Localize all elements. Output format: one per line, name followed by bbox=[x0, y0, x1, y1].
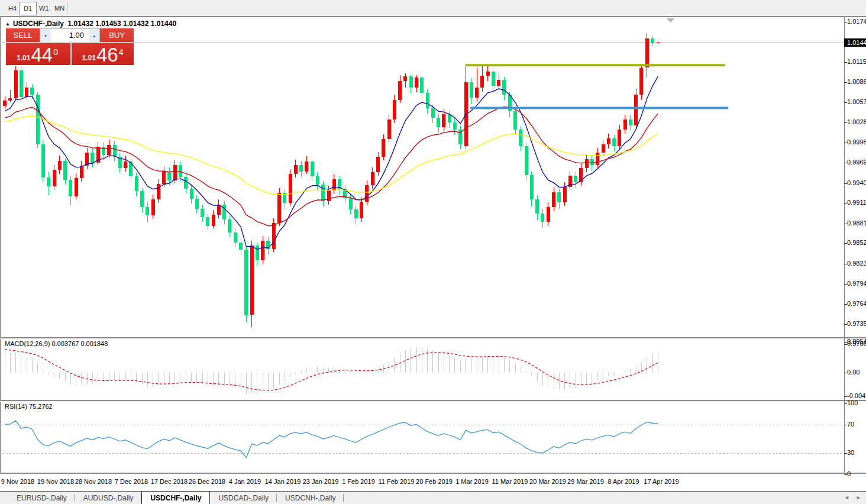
collapse-arrow-icon[interactable]: ▲ bbox=[5, 21, 10, 27]
chart-tab-audusd[interactable]: AUDUSD-,Daily bbox=[75, 492, 142, 504]
time-axis-label: 29 Mar 2019 bbox=[567, 478, 604, 485]
chart-tab-usdcad[interactable]: USDCAD-,Daily bbox=[210, 492, 277, 504]
time-axis-label: 20 Mar 2019 bbox=[529, 478, 566, 485]
time-axis-label: 11 Mar 2019 bbox=[492, 478, 528, 485]
ask-price-button[interactable]: 1.01464 bbox=[70, 43, 134, 65]
time-axis-label: 23 Jan 2019 bbox=[303, 478, 339, 485]
time-axis-label: 20 Feb 2019 bbox=[416, 478, 453, 485]
price-axis-label: 1.01155 bbox=[847, 58, 866, 65]
ask-big-digits: 46 bbox=[96, 46, 118, 64]
chart-tab-eurusd[interactable]: EURUSD-,Daily bbox=[8, 492, 75, 504]
volume-increase-icon[interactable]: ▲ bbox=[89, 29, 99, 42]
rsi-axis-label: 30 bbox=[847, 449, 854, 456]
macd-signal-value: 0.001848 bbox=[80, 340, 108, 347]
time-axis-label: 1 Mar 2019 bbox=[455, 478, 489, 485]
trade-panel-top-row: SELL ▼ 1.00 ▲ BUY bbox=[6, 28, 134, 43]
toolbar-separator bbox=[67, 2, 68, 14]
price-axis-label: 0.97355 bbox=[847, 320, 866, 327]
price-axis-label: 0.99985 bbox=[847, 138, 866, 146]
time-axis-label: 14 Jan 2019 bbox=[265, 478, 301, 485]
price-axis-label: 1.00865 bbox=[847, 78, 866, 85]
ask-pip-digit: 4 bbox=[119, 47, 124, 57]
price-axis-label: 0.97645 bbox=[847, 300, 866, 307]
price-axis-label: 0.99400 bbox=[847, 179, 866, 186]
macd-axis-label: 0.00 bbox=[847, 369, 859, 376]
rsi-value: 75.2762 bbox=[29, 403, 53, 410]
chart-tab-usdchf[interactable]: USDCHF-,Daily bbox=[141, 491, 210, 504]
one-click-trade-panel: SELL ▼ 1.00 ▲ BUY 1.01440 1.01464 bbox=[6, 28, 134, 65]
time-axis-label: 17 Apr 2019 bbox=[644, 478, 678, 485]
time-axis-label: 17 Dec 2018 bbox=[151, 478, 188, 485]
current-price-badge: 1.01440 bbox=[844, 38, 866, 47]
time-axis-label: 4 Jan 2019 bbox=[229, 478, 261, 485]
chart-tab-bar: EURUSD-,DailyAUDUSD-,DailyUSDCHF-,DailyU… bbox=[0, 491, 866, 504]
sell-button[interactable]: SELL bbox=[6, 28, 40, 43]
time-axis-label: 9 Nov 2018 bbox=[1, 478, 34, 485]
tab-scroll-left-icon[interactable]: ◄ bbox=[844, 495, 849, 500]
bid-big-digits: 44 bbox=[31, 46, 53, 64]
time-axis-label: 26 Dec 2018 bbox=[189, 478, 225, 485]
macd-panel-separator[interactable] bbox=[0, 337, 866, 339]
macd-label: MACD(12,26,9) 0.003767 0.001848 bbox=[5, 340, 108, 347]
time-axis-label: 28 Nov 2018 bbox=[75, 478, 112, 485]
volume-input[interactable]: 1.00 bbox=[51, 29, 89, 42]
price-axis-label: 1.01740 bbox=[847, 18, 866, 25]
volume-decrease-icon[interactable]: ▼ bbox=[40, 29, 51, 42]
rsi-axis-label: 100 bbox=[847, 399, 858, 406]
tab-scroll-right-icon[interactable]: ► bbox=[856, 495, 861, 500]
trading-platform-window: H4 D1 W1 MN ▲USDCHF-,Daily 1.01432 1.014… bbox=[0, 0, 866, 504]
macd-name: MACD(12,26,9) bbox=[5, 340, 50, 347]
price-axis-label: 0.99695 bbox=[847, 159, 866, 166]
time-axis-label: 7 Dec 2018 bbox=[115, 478, 148, 485]
price-axis-label: 1.00570 bbox=[847, 98, 866, 105]
price-axis-label: 0.99110 bbox=[847, 199, 866, 206]
rsi-panel-separator[interactable] bbox=[0, 400, 866, 402]
rsi-axis-label: 0 bbox=[847, 470, 851, 477]
price-axis-label: 0.98230 bbox=[847, 260, 866, 267]
time-axis-label: 8 Apr 2019 bbox=[608, 478, 639, 485]
ask-prefix: 1.01 bbox=[82, 54, 96, 62]
volume-spinner: ▼ 1.00 ▲ bbox=[40, 28, 100, 43]
rsi-name: RSI(14) bbox=[5, 403, 27, 410]
bid-prefix: 1.01 bbox=[17, 54, 30, 62]
rsi-label: RSI(14) 75.2762 bbox=[5, 403, 53, 410]
price-axis-label: 0.98525 bbox=[847, 239, 866, 246]
time-axis-label: 11 Feb 2019 bbox=[379, 478, 415, 485]
rsi-axis-label: 70 bbox=[847, 421, 854, 428]
chart-tab-usdcnh[interactable]: USDCNH-,Daily bbox=[277, 492, 344, 504]
bid-pip-digit: 0 bbox=[53, 47, 58, 57]
time-axis-label: 1 Feb 2019 bbox=[342, 478, 375, 485]
bid-price-button[interactable]: 1.01440 bbox=[6, 43, 69, 65]
price-axis-border bbox=[844, 17, 845, 473]
time-axis[interactable]: 9 Nov 201819 Nov 201828 Nov 20187 Dec 20… bbox=[0, 474, 844, 491]
buy-button[interactable]: BUY bbox=[100, 28, 134, 43]
time-axis-label: 19 Nov 2018 bbox=[37, 478, 74, 485]
macd-axis-label: -0.004217 bbox=[847, 392, 866, 399]
chart-area[interactable] bbox=[0, 17, 844, 337]
timeframe-toolbar: H4 D1 W1 MN bbox=[0, 0, 866, 17]
price-axis-label: 0.97940 bbox=[847, 280, 866, 287]
price-axis-label: 1.00280 bbox=[847, 118, 866, 125]
macd-main-value: 0.003767 bbox=[51, 340, 79, 347]
chart-symbol-title: USDCHF-,Daily bbox=[13, 20, 64, 28]
macd-axis-label: 0.005429 bbox=[847, 338, 866, 345]
chart-header: ▲USDCHF-,Daily 1.01432 1.01453 1.01432 1… bbox=[5, 20, 176, 28]
price-axis-label: 0.98815 bbox=[847, 219, 866, 227]
chart-ohlc-values: 1.01432 1.01453 1.01432 1.01440 bbox=[68, 20, 177, 28]
